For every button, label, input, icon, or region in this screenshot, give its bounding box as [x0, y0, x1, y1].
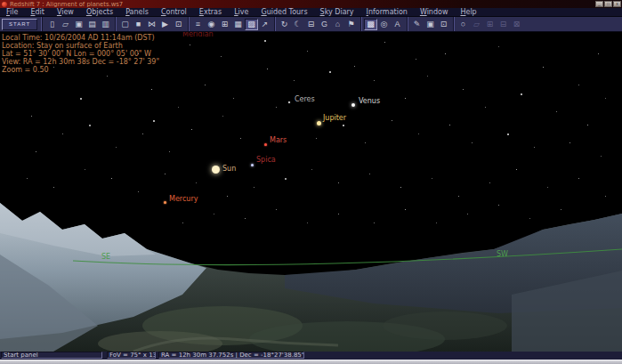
ceres-dot[interactable] [288, 101, 290, 103]
status-ra-dec: RA = 12h 30m 37.752s | Dec = -18°27'38.8… [158, 352, 304, 359]
ceres-label[interactable]: Ceres [295, 96, 315, 103]
app-icon [2, 2, 7, 7]
edit-disabled-3-icon[interactable]: ⊟ [497, 19, 510, 30]
info-line: Location: Stay on surface of Earth [2, 42, 159, 50]
new-file-icon[interactable]: ▯ [45, 19, 59, 30]
open-file-icon[interactable]: ▱ [59, 19, 72, 30]
monitor-icon[interactable]: ▢ [118, 19, 132, 30]
menu-panels[interactable]: Panels [119, 8, 155, 16]
toolbar-group: ↻☾⊟G⌂⚑ [274, 17, 360, 31]
info-line: Local Time: 10/26/2004 AD 11:14am (DST) [2, 34, 159, 42]
frame-icon[interactable]: ⊟ [304, 19, 318, 30]
menu-objects[interactable]: Objects [80, 8, 119, 16]
menu-view[interactable]: View [51, 8, 80, 16]
horizon-label-se: SE [101, 254, 110, 261]
sky-view[interactable]: MeridianCeresVenusJupiterMarsSpicaSunMer… [0, 32, 622, 352]
toolbar-group: ▯▱▣▤▥ [43, 17, 115, 31]
title-bar[interactable]: Redshift 7 : Alignment of planets.ws7 _□… [0, 0, 622, 8]
mercury-label[interactable]: Mercury [169, 196, 198, 203]
edit-disabled-2-icon[interactable]: ⊞ [483, 19, 497, 30]
menu-extras[interactable]: Extras [193, 8, 228, 16]
maximize-button[interactable]: □ [604, 1, 612, 7]
flag-icon[interactable]: ⚑ [344, 19, 358, 30]
play-icon[interactable]: ▶ [158, 19, 172, 30]
info-panel: Local Time: 10/26/2004 AD 11:14am (DST)L… [2, 34, 159, 74]
info-line: Lat = 51° 30' 00" N Lon = 000° 05' 00" W [2, 50, 159, 58]
jupiter-label[interactable]: Jupiter [323, 115, 346, 122]
pointer-icon[interactable]: ↗ [258, 19, 271, 30]
list-icon[interactable]: ≡ [191, 19, 205, 30]
menu-edit[interactable]: Edit [24, 8, 51, 16]
toolbar-groups: ▯▱▣▤▥▢■⋈▶⊡≡◉⊞▦▨↗↻☾⊟G⌂⚑▩◎A✎▣⊡○▱⊞⊟⊠ [43, 17, 526, 31]
spica-label[interactable]: Spica [256, 157, 276, 164]
menu-help[interactable]: Help [454, 8, 482, 16]
circle-tool-icon[interactable]: ○ [456, 19, 470, 30]
menu-file[interactable]: File [0, 8, 24, 16]
jupiter-dot[interactable] [317, 121, 321, 125]
moon-icon[interactable]: ☾ [291, 19, 304, 30]
mars-dot[interactable] [264, 143, 267, 146]
menu-sky-diary[interactable]: Sky Diary [314, 8, 360, 16]
sun-dot[interactable] [212, 166, 220, 174]
redshift-window: Redshift 7 : Alignment of planets.ws7 _□… [0, 0, 622, 364]
info-line: View: RA = 12h 30m 38s Dec = -18° 27' 39… [2, 58, 159, 66]
window-title: Redshift 7 : Alignment of planets.ws7 [10, 1, 123, 7]
print-icon[interactable]: ▤ [85, 19, 99, 30]
start-button[interactable]: START [2, 19, 37, 30]
hourglass-icon[interactable]: ⋈ [145, 19, 158, 30]
close-button[interactable]: x [613, 1, 621, 7]
status-bar: Start panelFoV = 75° x 132°RA = 12h 30m … [0, 352, 622, 360]
grid-icon[interactable]: ⊞ [218, 19, 231, 30]
font-icon[interactable]: A [391, 19, 404, 30]
menu-control[interactable]: Control [155, 8, 193, 16]
meridian-label[interactable]: Meridian [182, 32, 214, 38]
menu-guided-tours[interactable]: Guided Tours [254, 8, 313, 16]
toolbar-group: ≡◉⊞▦▨↗ [188, 17, 274, 31]
toolbar: START ▯▱▣▤▥▢■⋈▶⊡≡◉⊞▦▨↗↻☾⊟G⌂⚑▩◎A✎▣⊡○▱⊞⊟⊠ [0, 17, 622, 32]
venus-label[interactable]: Venus [359, 98, 380, 105]
menu-information[interactable]: Information [360, 8, 414, 16]
status-fov: FoV = 75° x 132° [107, 352, 156, 359]
horizon-line [0, 32, 622, 352]
taskbar-strip [0, 360, 622, 364]
spica-dot[interactable] [251, 164, 254, 166]
minimize-button[interactable]: _ [595, 1, 603, 7]
select-icon[interactable]: ▣ [424, 19, 437, 30]
window-controls: _□x [595, 1, 621, 7]
pen-icon[interactable]: ✎ [410, 19, 424, 30]
mars-label[interactable]: Mars [270, 137, 287, 144]
help-box-icon[interactable]: ⊡ [172, 19, 185, 30]
edit-disabled-4-icon[interactable]: ⊠ [510, 19, 523, 30]
toolbar-group: ▩◎A [360, 17, 407, 31]
menu-bar: FileEditViewObjectsPanelsControlExtrasLi… [0, 8, 622, 17]
export-icon[interactable]: ▥ [99, 19, 112, 30]
menu-window[interactable]: Window [414, 8, 455, 16]
guide-icon[interactable]: G [318, 19, 331, 30]
info-line: Zoom = 0.50 [2, 66, 159, 74]
panels-icon[interactable]: ▦ [231, 19, 245, 30]
mercury-dot[interactable] [164, 201, 166, 204]
horizon-label-sw: SW [497, 251, 508, 258]
toolbar-group: ▢■⋈▶⊡ [115, 17, 188, 31]
orbit-icon[interactable]: ↻ [278, 19, 291, 30]
window-panel-icon[interactable]: ⊡ [437, 19, 450, 30]
sun-label[interactable]: Sun [222, 166, 236, 173]
full-screen-icon[interactable]: ■ [132, 19, 145, 30]
toolbar-group: ○▱⊞⊟⊠ [453, 17, 526, 31]
menu-live[interactable]: Live [228, 8, 254, 16]
magnifier-icon[interactable]: ◎ [377, 19, 391, 30]
globe-icon[interactable]: ◉ [205, 19, 218, 30]
edit-disabled-1-icon[interactable]: ▱ [470, 19, 483, 30]
venus-dot[interactable] [351, 103, 355, 107]
home-icon[interactable]: ⌂ [331, 19, 344, 30]
save-file-icon[interactable]: ▣ [72, 19, 85, 30]
photo-horizon-icon[interactable]: ▨ [245, 19, 258, 30]
toolbar-group: ✎▣⊡ [407, 17, 453, 31]
status-start-panel: Start panel [1, 352, 102, 359]
photo-view-icon[interactable]: ▩ [364, 19, 377, 30]
